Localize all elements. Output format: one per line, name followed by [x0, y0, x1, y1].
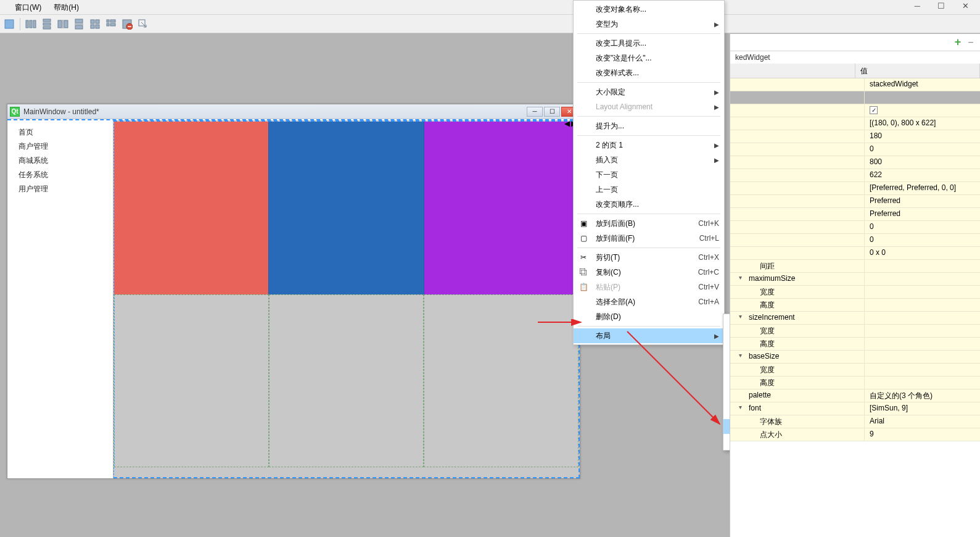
close-button[interactable]: ✕ [962, 1, 969, 10]
ctx-select-all[interactable]: 选择全部(A)Ctrl+A [574, 294, 724, 309]
ctx-morph-into[interactable]: 变型为▶ [574, 17, 724, 31]
ctx-send-back[interactable]: ▣放到后面(B)Ctrl+K [574, 216, 724, 231]
side-list[interactable]: 首页 商户管理 商城系统 任务系统 用户管理 [7, 120, 113, 478]
stacked-widget[interactable]: ◀ ▶ [113, 120, 580, 478]
property-row[interactable]: Preferred [730, 208, 980, 221]
object-name-label: kedWidget [730, 51, 980, 64]
ctx-change-object-name[interactable]: 改变对象名称... [574, 2, 724, 17]
property-row[interactable]: [(180, 0), 800 x 622] [730, 117, 980, 130]
property-row[interactable]: palette自定义的(3 个角色) [730, 389, 980, 402]
cut-icon: ✂ [579, 252, 588, 262]
property-row[interactable]: sizeIncrement [730, 312, 980, 325]
ctx-change-whatsthis[interactable]: 改变"这是什么"... [574, 51, 724, 65]
property-row[interactable]: 高度 [730, 299, 980, 312]
page-prev-arrow[interactable]: ◀ [564, 119, 570, 128]
ctx-layout[interactable]: 布局▶ [574, 328, 724, 343]
list-item[interactable]: 商户管理 [19, 139, 113, 154]
ctx-bring-front[interactable]: ▢放到前面(F)Ctrl+L [574, 231, 724, 246]
property-row[interactable]: 宽度 [730, 325, 980, 338]
property-row[interactable]: 高度 [730, 377, 980, 389]
mainwindow-frame[interactable]: Qt MainWindow - untitled* ─ ☐ ✕ 首页 商户管理 … [7, 104, 580, 479]
layout-hsplit-icon[interactable] [56, 17, 70, 31]
svg-rect-2 [30, 20, 32, 28]
ctx-copy[interactable]: ⿻复制(C)Ctrl+C [574, 265, 724, 280]
add-button[interactable]: + [952, 36, 964, 49]
property-row[interactable]: stackedWidget [730, 78, 980, 91]
layout-vsplit-icon[interactable] [72, 17, 86, 31]
property-row[interactable]: 0 [730, 221, 980, 234]
property-row[interactable]: maximumSize [730, 273, 980, 286]
ctx-delete[interactable]: 删除(D) [574, 309, 724, 324]
property-row[interactable]: 间距 [730, 260, 980, 273]
edit-widgets-icon[interactable] [2, 17, 16, 31]
property-row[interactable]: 0 x 0 [730, 247, 980, 260]
ctx-insert-page[interactable]: 插入页▶ [574, 152, 724, 167]
property-row[interactable]: 622 [730, 169, 980, 182]
property-row[interactable]: 宽度 [730, 286, 980, 299]
layout-v-icon[interactable] [40, 17, 54, 31]
property-header-name[interactable] [730, 64, 855, 78]
svg-rect-17 [107, 20, 109, 22]
svg-rect-11 [75, 25, 83, 29]
property-row[interactable]: [Preferred, Preferred, 0, 0] [730, 182, 980, 195]
property-row[interactable]: 宽度 [730, 364, 980, 377]
property-row[interactable]: 0 [730, 234, 980, 247]
empty-cell[interactable] [269, 294, 424, 467]
list-item[interactable]: 商城系统 [19, 154, 113, 168]
property-header-value[interactable]: 值 [855, 64, 981, 78]
minimize-button[interactable]: ─ [915, 1, 920, 10]
property-row[interactable] [730, 91, 980, 104]
property-row[interactable]: font[SimSun, 9] [730, 402, 980, 415]
ctx-change-page-order[interactable]: 改变页顺序... [574, 197, 724, 212]
ctx-page-info[interactable]: 2 的页 1▶ [574, 138, 724, 152]
remove-button[interactable]: − [965, 37, 976, 48]
property-row[interactable]: 字体族Arial [730, 415, 980, 428]
list-item[interactable]: 首页 [19, 125, 113, 139]
menu-help[interactable]: 帮助(H) [47, 0, 85, 14]
property-row[interactable]: 180 [730, 130, 980, 143]
menu-window[interactable]: 窗口(W) [9, 0, 47, 14]
blue-widget[interactable] [269, 122, 424, 294]
window-minimize-button[interactable]: ─ [527, 107, 543, 117]
property-row[interactable] [730, 104, 980, 117]
context-menu: 改变对象名称... 变型为▶ 改变工具提示... 改变"这是什么"... 改变样… [573, 0, 725, 345]
empty-cell[interactable] [424, 294, 579, 467]
window-controls: ─ ☐ ✕ [915, 0, 980, 12]
break-layout-icon[interactable] [120, 17, 134, 31]
layout-h-icon[interactable] [24, 17, 38, 31]
svg-rect-13 [91, 20, 94, 23]
ctx-next-page[interactable]: 下一页 [574, 167, 724, 182]
layout-grid-icon[interactable] [88, 17, 102, 31]
list-item[interactable]: 任务系统 [19, 168, 113, 182]
grid-top-row [114, 122, 579, 294]
property-row[interactable]: Preferred [730, 195, 980, 208]
list-item[interactable]: 用户管理 [19, 182, 113, 196]
ctx-separator [577, 248, 720, 248]
toolbar-separator [20, 18, 20, 30]
window-maximize-button[interactable]: ☐ [544, 107, 560, 117]
ctx-cut[interactable]: ✂剪切(T)Ctrl+X [574, 250, 724, 265]
ctx-promote-to[interactable]: 提升为... [574, 119, 724, 133]
ctx-change-tooltip[interactable]: 改变工具提示... [574, 36, 724, 51]
checkbox[interactable] [870, 106, 878, 114]
adjust-size-icon[interactable] [136, 17, 150, 31]
svg-rect-3 [33, 20, 36, 28]
property-row[interactable]: 0 [730, 143, 980, 156]
svg-rect-5 [43, 23, 51, 25]
toolbar [0, 15, 980, 33]
empty-cell[interactable] [114, 294, 269, 467]
property-row[interactable]: baseSize [730, 351, 980, 364]
property-header: 值 [730, 64, 980, 78]
purple-widget[interactable] [424, 122, 579, 294]
ctx-change-stylesheet[interactable]: 改变样式表... [574, 65, 724, 80]
object-inspector-toolbar: + − [730, 34, 980, 51]
maximize-button[interactable]: ☐ [937, 1, 945, 10]
ctx-prev-page[interactable]: 上一页 [574, 182, 724, 197]
ctx-size-constraints[interactable]: 大小限定▶ [574, 85, 724, 99]
layout-form-icon[interactable] [104, 17, 118, 31]
property-row[interactable]: 800 [730, 156, 980, 169]
property-row[interactable]: 高度 [730, 338, 980, 351]
grid-bottom-row [114, 294, 579, 467]
property-row[interactable]: 点大小9 [730, 428, 980, 441]
red-widget[interactable] [114, 122, 269, 294]
